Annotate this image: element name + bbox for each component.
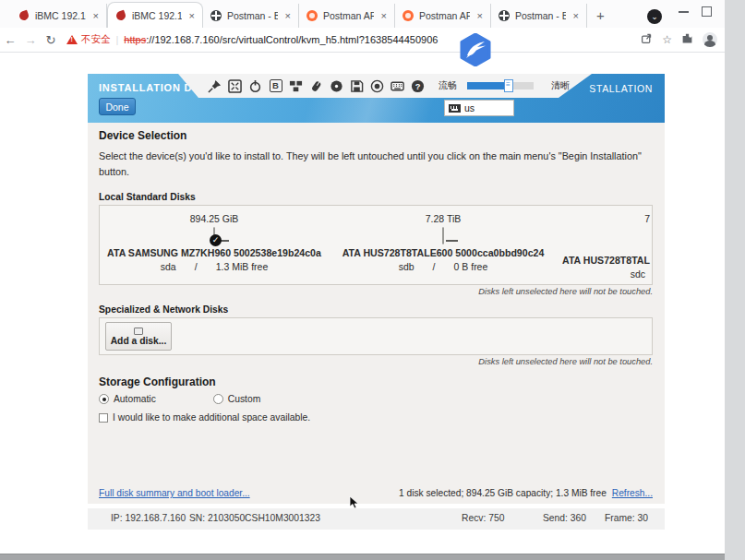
tab-search-button[interactable]: ⌄ (647, 9, 662, 24)
disk-size: 7 (644, 213, 650, 224)
full-disk-summary-link[interactable]: Full disk summary and boot loader... (99, 488, 250, 498)
disk-sep: / (195, 261, 198, 272)
pin-icon[interactable] (208, 79, 222, 93)
keyboard-layout-selector[interactable]: us (444, 100, 514, 116)
address-bar[interactable]: 不安全 | https ://192.168.7.160/src/virtual… (66, 30, 641, 50)
tab-close-icon[interactable]: × (475, 10, 485, 21)
slider-sharp-label: 清晰 (551, 79, 570, 92)
tab-close-icon[interactable]: × (283, 10, 293, 21)
disk-icon (442, 228, 444, 244)
local-disks-label: Local Standard Disks (99, 192, 654, 202)
cd-rom-icon[interactable] (330, 79, 343, 93)
disk-dev-row: sda / 1.3 MiB free (161, 261, 268, 272)
tab-postman-browse-1[interactable]: Postman - Browse × (203, 4, 299, 28)
radio-button[interactable] (213, 394, 223, 404)
dove-extension-badge-icon[interactable] (459, 33, 492, 66)
disk-sep: / (433, 261, 436, 272)
tab-close-icon[interactable]: × (379, 10, 389, 21)
maximize-button[interactable] (702, 6, 712, 17)
kvm-toolbar: B (178, 74, 592, 98)
tab-title: Postman API Platfo (323, 10, 374, 21)
checkbox[interactable] (99, 413, 108, 423)
kvm-remote-screen: INSTALLATION DEST STALLATION Done us (88, 74, 665, 504)
postman-favicon (306, 10, 318, 21)
tab-strip: iBMC 192.168.7.16 × iBMC 192.168.7.16 × … (0, 0, 725, 28)
record-icon[interactable] (370, 79, 384, 93)
tab-title: iBMC 192.168.7.16 (132, 10, 182, 21)
url-text: ://192.168.7.160/src/virtualControl/kvm_… (146, 34, 438, 45)
mouse-icon[interactable] (309, 79, 323, 93)
disk-dev: sdc (631, 268, 645, 280)
bookmark-star-icon[interactable]: ☆ (662, 33, 672, 46)
desktop-bottom-strip (0, 554, 725, 560)
status-send: Send: 360 (543, 513, 586, 523)
ibmc-favicon (115, 10, 126, 21)
automatic-label: Automatic (114, 394, 156, 404)
done-button[interactable]: Done (99, 98, 136, 115)
keyboard-icon (449, 104, 461, 113)
selection-summary: 1 disk selected; 894.25 GiB capacity; 1.… (399, 488, 607, 498)
status-recv: Recv: 750 (462, 513, 504, 523)
kvm-status-bar: IP: 192.168.7.160 SN: 2103050CSH10M30013… (88, 508, 665, 530)
disk-sda[interactable]: 894.25 GiB ✓ ATA SAMSUNG MZ7KH960 500253… (100, 206, 329, 272)
floppy-save-icon[interactable] (350, 79, 364, 93)
page-content: INSTALLATION DEST STALLATION Done us (0, 53, 725, 554)
reload-button[interactable]: ↻ (41, 33, 61, 47)
tab-postman-browse-2[interactable]: Postman - Browse × (491, 4, 587, 28)
screen-layout-icon[interactable] (289, 79, 303, 93)
refresh-link[interactable]: Refresh... (612, 488, 653, 498)
tab-ibmc-1[interactable]: iBMC 192.168.7.16 × (11, 4, 107, 28)
tab-close-icon[interactable]: × (571, 10, 581, 21)
disk-icon: ✓ (213, 228, 215, 244)
boot-b-icon[interactable]: B (269, 79, 282, 93)
forward-button[interactable]: → (20, 33, 41, 47)
radio-custom[interactable]: Custom (213, 394, 260, 404)
video-quality-slider[interactable] (467, 82, 534, 89)
specialized-disks-box: Add a disk... (99, 317, 653, 355)
security-warning-icon[interactable] (66, 35, 78, 44)
device-selection-intro: Select the device(s) you'd like to insta… (99, 149, 653, 179)
additional-space-option[interactable]: I would like to make additional space av… (99, 412, 654, 423)
fullscreen-icon[interactable] (228, 79, 242, 93)
minimize-button[interactable] (679, 11, 689, 13)
power-icon[interactable] (248, 79, 262, 93)
new-tab-button[interactable]: + (596, 8, 605, 22)
ibmc-favicon (18, 10, 30, 21)
local-disks-box: 894.25 GiB ✓ ATA SAMSUNG MZ7KH960 500253… (99, 205, 653, 285)
share-icon[interactable] (641, 32, 653, 47)
radio-automatic[interactable]: Automatic (99, 394, 156, 404)
help-icon[interactable]: ? (411, 79, 425, 93)
slider-smooth-label: 流畅 (439, 79, 457, 92)
extensions-puzzle-icon[interactable] (681, 32, 693, 47)
installer-content: Device Selection Select the device(s) yo… (88, 123, 665, 504)
installer-bottom-bar: Full disk summary and boot loader... 1 d… (99, 488, 653, 498)
disk-size: 7.28 TiB (426, 213, 462, 224)
browser-window: iBMC 192.168.7.16 × iBMC 192.168.7.16 × … (0, 0, 725, 554)
tab-ibmc-2-active[interactable]: iBMC 192.168.7.16 × (107, 2, 203, 28)
keyboard-icon[interactable] (391, 79, 404, 93)
tab-close-icon[interactable]: × (187, 10, 197, 21)
tab-title: Postman - Browse (515, 10, 566, 21)
unselected-disks-note-2: Disks left unselected here will not be t… (99, 357, 653, 366)
additional-space-label: I would like to make additional space av… (113, 412, 310, 423)
back-button[interactable]: ← (0, 33, 20, 47)
tab-title: Postman - Browse (227, 10, 278, 21)
tab-postman-api-1[interactable]: Postman API Platfo × (299, 4, 395, 28)
tab-postman-api-2[interactable]: Postman API Platfo × (395, 4, 491, 28)
globe-favicon (210, 10, 222, 21)
keyboard-layout-value: us (464, 102, 475, 113)
tab-title: iBMC 192.168.7.16 (35, 10, 86, 21)
url-scheme: https (124, 34, 146, 45)
security-warning-label[interactable]: 不安全 (81, 33, 111, 46)
tab-close-icon[interactable]: × (91, 10, 101, 21)
slider-fill (467, 82, 507, 89)
slider-handle[interactable] (504, 79, 513, 92)
disk-name: ATA HUS728T8TAL (562, 255, 650, 266)
profile-avatar[interactable] (703, 32, 717, 47)
installer-header-right-text: STALLATION (589, 83, 653, 94)
add-disk-button[interactable]: Add a disk... (105, 322, 172, 351)
tabs: iBMC 192.168.7.16 × iBMC 192.168.7.16 × … (11, 0, 587, 28)
radio-button-checked[interactable] (99, 394, 109, 404)
disk-sdb[interactable]: 7.28 TiB ATA HUS728T8TALE600 5000cca0bbd… (329, 206, 558, 272)
disk-sdc-partial[interactable]: 7 ATA HUS728T8TAL sdc (530, 206, 650, 285)
